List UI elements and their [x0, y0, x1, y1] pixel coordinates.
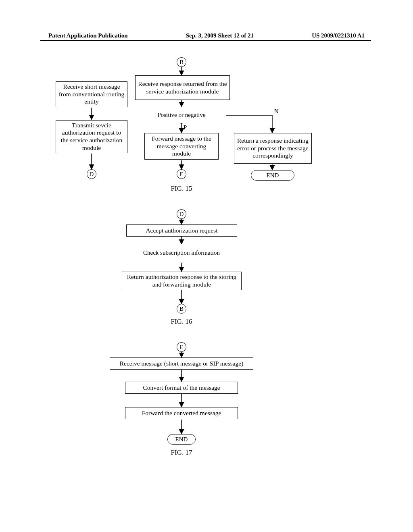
terminator-end-17: END — [167, 434, 196, 445]
receive-response-text: Receive response returned from the servi… — [138, 80, 227, 95]
box-transmit: Transmit sevcie authorization request to… — [56, 120, 127, 153]
connector-d-out: D — [87, 169, 96, 179]
transmit-text: Transmit sevcie authorization request to… — [58, 122, 125, 152]
connector-b-out: B — [177, 304, 186, 314]
box-receive-response: Receive response returned from the servi… — [135, 75, 230, 100]
connector-d-in-label: D — [179, 211, 184, 218]
fig-16-label: FIG. 16 — [161, 318, 202, 326]
header-left: Patent Application Publication — [48, 32, 128, 39]
page-header: Patent Application Publication Sep. 3, 2… — [0, 32, 413, 39]
box-receive-msg: Receive message (short message or SIP me… — [110, 357, 253, 370]
receive-msg-text: Receive message (short message or SIP me… — [120, 360, 244, 368]
box-forward-convert: Forward message to the message convertin… — [144, 133, 219, 160]
forward-text: Forward message to the message convertin… — [147, 135, 216, 158]
accept-text: Accept authorization request — [146, 227, 217, 235]
header-right: US 2009/0221310 A1 — [312, 32, 365, 39]
header-rule — [40, 40, 371, 41]
check-text: Check subscription information — [123, 249, 240, 256]
connector-b-label: B — [179, 59, 184, 66]
connector-d-in: D — [177, 209, 186, 219]
connector-e-out: E — [177, 169, 186, 179]
box-return-auth: Return authorization response to the sto… — [122, 272, 242, 290]
end-15-text: END — [267, 172, 279, 179]
box-convert: Convert format of the message — [125, 382, 238, 394]
box-return-error: Return a response indicating error or pr… — [234, 133, 312, 164]
convert-text: Convert format of the message — [143, 384, 220, 392]
box-receive-short: Receive short message from conventional … — [56, 81, 127, 107]
header-center: Sep. 3, 2009 Sheet 12 of 21 — [186, 32, 254, 39]
end-17-text: END — [175, 436, 188, 443]
return-error-text: Return a response indicating error or pr… — [237, 137, 309, 160]
decision-positive-negative: Positive or negative — [137, 107, 226, 123]
connector-b: B — [177, 57, 186, 67]
decision-check-subscription: Check subscription information — [123, 244, 240, 262]
fig-15-label: FIG. 15 — [161, 185, 202, 193]
connector-e-label: E — [179, 171, 183, 178]
decision-text: Positive or negative — [137, 112, 226, 118]
connector-d-label: D — [90, 171, 94, 178]
box-forward-converted: Forward the converted message — [125, 407, 238, 419]
forward-converted-text: Forward the converted message — [142, 409, 221, 417]
branch-p-label: P — [184, 124, 187, 131]
branch-n-label: N — [274, 108, 279, 115]
return-auth-text: Return authorization response to the sto… — [125, 273, 239, 288]
box-accept-auth: Accept authorization request — [126, 224, 237, 237]
connector-e-in-label: E — [179, 344, 183, 351]
fig-17-label: FIG. 17 — [161, 449, 202, 457]
connector-e-in: E — [177, 342, 186, 352]
connector-b-out-label: B — [179, 305, 184, 312]
receive-short-text: Receive short message from conventional … — [58, 83, 125, 106]
terminator-end-15: END — [251, 170, 294, 181]
